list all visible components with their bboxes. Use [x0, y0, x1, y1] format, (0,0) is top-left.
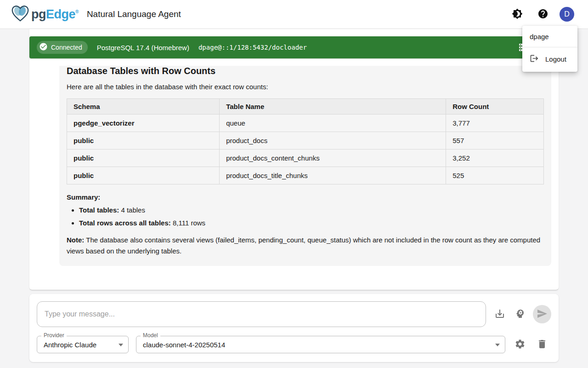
note-label: Note: — [67, 236, 84, 244]
menu-item-username: dpage — [522, 29, 577, 44]
list-item: Total rows across all tables: 8,111 rows — [79, 219, 544, 227]
column-header-table-name: Table Name — [220, 99, 446, 115]
user-avatar[interactable]: D — [560, 7, 574, 22]
logout-label: Logout — [545, 55, 566, 63]
model-select-label: Model — [141, 332, 160, 339]
row-count-cell: 3,252 — [446, 150, 544, 167]
connected-badge: Connected — [37, 41, 88, 54]
ai-thinking-button[interactable] — [511, 305, 529, 323]
pgedge-logo: pg Edge ® — [11, 5, 79, 23]
help-button[interactable] — [534, 5, 552, 23]
provider-select-label: Provider — [41, 332, 67, 339]
trash-icon — [537, 339, 548, 351]
table-name-cell: product_docs — [220, 132, 446, 150]
bullet-label: Total rows across all tables: — [79, 219, 171, 227]
composer-card: Provider Anthropic Claude Model claude-s… — [29, 294, 559, 362]
pgedge-heart-icon — [11, 5, 29, 23]
bullet-value: 4 tables — [119, 206, 145, 214]
summary-label: Summary: — [67, 193, 544, 201]
dark-mode-icon — [512, 8, 523, 21]
table-row: public product_docs_title_chunks 525 — [67, 167, 544, 184]
note-text: The database also contains several views… — [67, 236, 540, 255]
user-dropdown-menu: dpage Logout — [522, 26, 577, 72]
chat-panel: Connected PostgreSQL 17.4 (Homebrew) dpa… — [29, 29, 559, 290]
schema-cell: pgedge_vectorizer — [67, 115, 220, 132]
bullet-value: 8,111 rows — [171, 219, 205, 227]
table-name-cell: queue — [220, 115, 446, 132]
table-row: public product_docs 557 — [67, 132, 544, 150]
gear-icon — [514, 339, 526, 351]
page-title: Natural Language Agent — [87, 9, 181, 19]
connection-status-bar: Connected PostgreSQL 17.4 (Homebrew) dpa… — [29, 36, 559, 58]
schema-cell: public — [67, 150, 220, 167]
table-row: pgedge_vectorizer queue 3,777 — [67, 115, 544, 132]
connection-string: dpage@::1/128:5432/docloader — [198, 44, 307, 51]
table-row: public product_docs_content_chunks 3,252 — [67, 150, 544, 167]
chevron-down-icon — [495, 344, 500, 346]
app-header: pg Edge ® Natural Language Agent D — [0, 0, 588, 29]
brand-pg: pg — [31, 7, 46, 22]
download-chat-button[interactable] — [491, 305, 509, 323]
header-actions: D — [508, 5, 577, 23]
schema-cell: public — [67, 167, 220, 184]
clear-chat-button[interactable] — [533, 335, 551, 354]
psychology-icon — [514, 308, 526, 321]
table-name-cell: product_docs_content_chunks — [220, 150, 446, 167]
table-name-cell: product_docs_title_chunks — [220, 167, 446, 184]
send-icon — [537, 308, 548, 321]
row-counts-table: Schema Table Name Row Count pgedge_vecto… — [67, 98, 544, 184]
check-circle-icon — [39, 42, 48, 52]
composer-input-row — [37, 301, 551, 327]
download-icon — [494, 308, 505, 321]
menu-divider — [522, 47, 577, 47]
row-count-cell: 557 — [446, 132, 544, 150]
settings-button[interactable] — [511, 335, 529, 354]
bullet-label: Total tables: — [79, 206, 119, 214]
pgedge-wordmark: pg Edge ® — [31, 7, 79, 22]
message-heading: Database Tables with Row Counts — [67, 66, 544, 76]
schema-cell: public — [67, 132, 220, 150]
row-count-cell: 3,777 — [446, 115, 544, 132]
menu-item-logout[interactable]: Logout — [522, 50, 577, 68]
brand-registered-mark: ® — [75, 9, 79, 14]
server-version: PostgreSQL 17.4 (Homebrew) — [97, 44, 189, 52]
theme-toggle-button[interactable] — [508, 5, 526, 23]
logout-icon — [530, 54, 539, 64]
chevron-down-icon — [119, 344, 123, 346]
model-select-value: claude-sonnet-4-20250514 — [143, 341, 225, 349]
summary-list: Total tables: 4 tables Total rows across… — [67, 206, 544, 227]
help-icon — [537, 8, 548, 21]
column-header-schema: Schema — [67, 99, 220, 115]
message-note: Note: The database also contains several… — [67, 235, 544, 257]
connected-label: Connected — [51, 44, 82, 51]
assistant-message: Database Tables with Row Counts Here are… — [59, 66, 551, 266]
brand-edge: Edge — [46, 7, 75, 22]
main-content: Connected PostgreSQL 17.4 (Homebrew) dpa… — [29, 29, 559, 362]
send-button[interactable] — [533, 305, 551, 323]
table-header-row: Schema Table Name Row Count — [67, 99, 544, 115]
row-count-cell: 525 — [446, 167, 544, 184]
composer-settings-row: Provider Anthropic Claude Model claude-s… — [37, 335, 551, 354]
message-intro: Here are all the tables in the database … — [67, 83, 544, 91]
message-input[interactable] — [37, 301, 486, 327]
provider-select[interactable]: Provider Anthropic Claude — [37, 336, 129, 353]
column-header-row-count: Row Count — [446, 99, 544, 115]
list-item: Total tables: 4 tables — [79, 206, 544, 214]
model-select[interactable]: Model claude-sonnet-4-20250514 — [136, 336, 505, 353]
provider-select-value: Anthropic Claude — [44, 341, 96, 349]
chat-scroll-area[interactable]: Database Tables with Row Counts Here are… — [29, 66, 559, 289]
